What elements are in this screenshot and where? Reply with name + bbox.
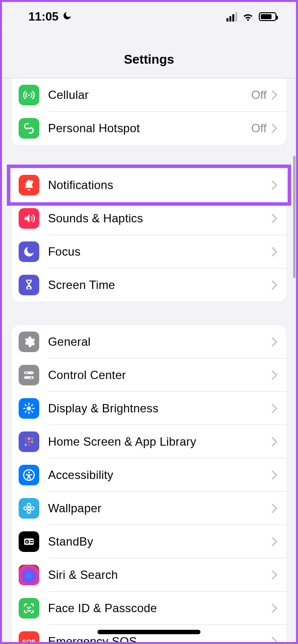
row-homescreen[interactable]: Home Screen & App Library bbox=[12, 425, 286, 458]
siri-icon bbox=[19, 565, 39, 585]
settings-list: Cellular Off Personal Hotspot Off bbox=[2, 78, 296, 642]
row-label: StandBy bbox=[48, 535, 272, 549]
svg-rect-7 bbox=[25, 437, 26, 439]
row-standby[interactable]: StandBy bbox=[12, 525, 286, 558]
svg-point-21 bbox=[24, 507, 27, 510]
wifi-icon bbox=[242, 12, 254, 22]
row-accessibility[interactable]: Accessibility bbox=[12, 458, 286, 492]
svg-point-22 bbox=[31, 507, 34, 510]
row-controlcenter[interactable]: Control Center bbox=[12, 358, 286, 392]
chevron-right-icon bbox=[272, 503, 277, 513]
row-wallpaper[interactable]: Wallpaper bbox=[12, 492, 286, 525]
svg-rect-2 bbox=[24, 371, 34, 374]
svg-point-1 bbox=[30, 180, 33, 184]
settings-group-general: General Control Center Display & Brightn… bbox=[12, 325, 286, 642]
status-bar: 11:05 bbox=[2, 2, 296, 31]
row-general[interactable]: General bbox=[12, 325, 286, 358]
row-label: Cellular bbox=[48, 88, 251, 102]
clock-card-icon bbox=[19, 531, 39, 552]
sos-icon: SOS bbox=[19, 631, 39, 642]
row-label: Face ID & Passcode bbox=[48, 601, 272, 615]
speaker-icon bbox=[19, 208, 39, 229]
row-cellular[interactable]: Cellular Off bbox=[12, 78, 286, 112]
scroll-indicator bbox=[293, 156, 296, 278]
row-label: Sounds & Haptics bbox=[48, 212, 272, 225]
row-hotspot[interactable]: Personal Hotspot Off bbox=[12, 112, 286, 145]
page-title: Settings bbox=[2, 31, 296, 78]
svg-point-6 bbox=[27, 406, 31, 411]
row-label: Wallpaper bbox=[48, 501, 272, 515]
chevron-right-icon bbox=[272, 247, 277, 257]
svg-rect-15 bbox=[31, 444, 33, 446]
svg-rect-14 bbox=[28, 444, 30, 446]
row-label: Focus bbox=[48, 245, 272, 259]
accessibility-icon bbox=[19, 465, 39, 485]
svg-rect-12 bbox=[31, 441, 33, 443]
row-label: Emergency SOS bbox=[48, 635, 272, 642]
row-label: Personal Hotspot bbox=[48, 121, 251, 135]
sun-icon bbox=[19, 398, 39, 419]
chevron-right-icon bbox=[272, 370, 277, 380]
svg-rect-26 bbox=[30, 542, 33, 543]
switches-icon bbox=[19, 365, 39, 385]
chevron-right-icon bbox=[272, 470, 277, 480]
row-notifications[interactable]: Notifications bbox=[12, 168, 286, 202]
row-label: Screen Time bbox=[48, 278, 272, 292]
svg-point-3 bbox=[25, 372, 27, 373]
row-display[interactable]: Display & Brightness bbox=[12, 392, 286, 425]
link-icon bbox=[19, 118, 39, 139]
settings-group-attention: Notifications Sounds & Haptics Focus bbox=[12, 168, 286, 302]
faceid-icon bbox=[19, 598, 39, 619]
svg-point-20 bbox=[27, 510, 31, 514]
chevron-right-icon bbox=[272, 404, 277, 413]
svg-rect-10 bbox=[25, 441, 26, 443]
row-sounds[interactable]: Sounds & Haptics bbox=[12, 202, 286, 235]
focus-moon-icon bbox=[62, 11, 72, 23]
chevron-right-icon bbox=[272, 437, 277, 447]
row-label: Control Center bbox=[48, 368, 272, 382]
flower-icon bbox=[19, 498, 39, 519]
row-label: Home Screen & App Library bbox=[48, 435, 272, 449]
apps-grid-icon bbox=[19, 431, 39, 452]
home-indicator bbox=[98, 630, 200, 634]
chevron-right-icon bbox=[272, 337, 277, 347]
svg-rect-4 bbox=[24, 376, 34, 379]
row-detail: Off bbox=[251, 121, 267, 135]
chevron-right-icon bbox=[272, 280, 277, 290]
status-time: 11:05 bbox=[28, 10, 58, 24]
svg-point-0 bbox=[28, 94, 29, 95]
row-label: General bbox=[48, 335, 272, 349]
row-label: Siri & Search bbox=[48, 568, 272, 582]
bell-icon bbox=[19, 175, 39, 195]
chevron-right-icon bbox=[272, 90, 277, 100]
chevron-right-icon bbox=[272, 537, 277, 547]
row-siri[interactable]: Siri & Search bbox=[12, 558, 286, 592]
svg-point-19 bbox=[27, 503, 31, 507]
svg-rect-13 bbox=[25, 444, 26, 446]
svg-rect-9 bbox=[31, 437, 33, 439]
svg-point-18 bbox=[27, 507, 30, 509]
settings-group-connectivity: Cellular Off Personal Hotspot Off bbox=[12, 78, 286, 145]
chevron-right-icon bbox=[272, 603, 277, 613]
row-detail: Off bbox=[251, 88, 267, 102]
row-label: Notifications bbox=[48, 178, 272, 192]
cell-signal-icon bbox=[226, 12, 237, 22]
row-faceid[interactable]: Face ID & Passcode bbox=[12, 592, 286, 625]
row-label: Accessibility bbox=[48, 468, 272, 482]
battery-icon bbox=[259, 12, 276, 21]
svg-rect-25 bbox=[30, 540, 33, 541]
hourglass-icon bbox=[19, 275, 39, 295]
svg-rect-11 bbox=[28, 441, 30, 443]
moon-icon bbox=[19, 241, 39, 262]
chevron-right-icon bbox=[272, 123, 277, 133]
row-focus[interactable]: Focus bbox=[12, 235, 286, 268]
svg-point-17 bbox=[28, 472, 30, 474]
chevron-right-icon bbox=[272, 570, 277, 580]
gear-icon bbox=[19, 332, 39, 352]
antenna-icon bbox=[19, 85, 39, 105]
row-screentime[interactable]: Screen Time bbox=[12, 268, 286, 302]
svg-point-5 bbox=[30, 377, 32, 378]
row-label: Display & Brightness bbox=[48, 402, 272, 415]
chevron-right-icon bbox=[272, 214, 277, 223]
svg-rect-8 bbox=[28, 437, 30, 439]
